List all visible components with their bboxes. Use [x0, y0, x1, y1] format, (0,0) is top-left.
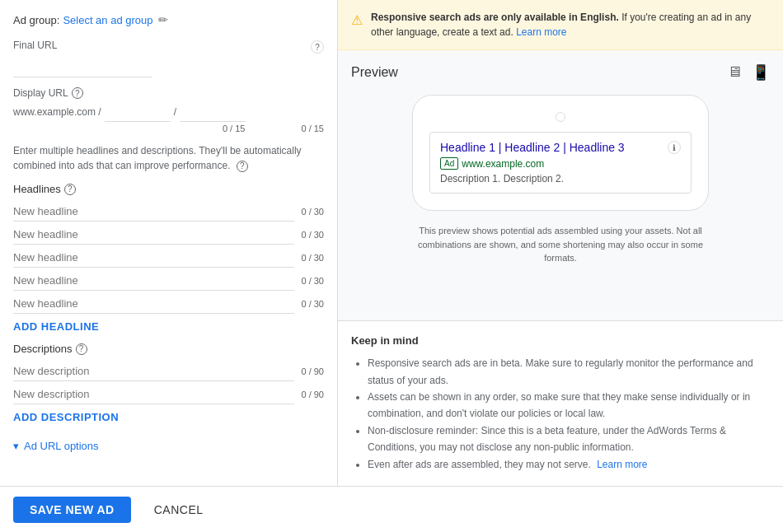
- display-url-row: Display URL ? www.example.com / / 0 / 15…: [13, 87, 324, 133]
- headline-count-3: 0 / 30: [301, 253, 324, 263]
- ad-card-inner: Headline 1 | Headline 2 | Headline 3 ℹ A…: [429, 132, 692, 194]
- keep-in-mind-list: Responsive search ads are in beta. Make …: [351, 355, 770, 473]
- final-url-label: Final URL: [13, 40, 57, 51]
- ad-badge: Ad: [440, 157, 458, 170]
- ad-description: Description 1. Description 2.: [440, 173, 681, 184]
- ad-group-row: Ad group: Select an ad group ✏: [13, 13, 324, 26]
- display-url-count2: 0 / 15: [301, 124, 324, 133]
- headline-field-5: 0 / 30: [13, 294, 324, 314]
- headline-input-5[interactable]: [13, 294, 294, 314]
- footer: SAVE NEW AD CANCEL: [0, 486, 783, 532]
- descriptions-section-label: Descriptions ?: [13, 343, 324, 355]
- keep-in-mind-item-1: Responsive search ads are in beta. Make …: [368, 355, 770, 389]
- headlines-section-label: Headlines ?: [13, 183, 324, 195]
- preview-title: Preview: [351, 65, 398, 80]
- main-container: Ad group: Select an ad group ✏ Final URL…: [0, 0, 783, 532]
- chevron-down-icon: ▾: [13, 440, 19, 452]
- save-new-ad-button[interactable]: SAVE NEW AD: [13, 497, 131, 523]
- phone-notch: [556, 112, 565, 122]
- description-fields: 0 / 90 0 / 90: [13, 362, 324, 404]
- warning-learn-more-link[interactable]: Learn more: [516, 26, 566, 38]
- ad-info-icon[interactable]: ℹ: [668, 141, 681, 154]
- headline-input-1[interactable]: [13, 202, 294, 222]
- display-url-slash: /: [174, 106, 176, 118]
- cancel-button[interactable]: CANCEL: [144, 497, 213, 523]
- headline-field-1: 0 / 30: [13, 202, 324, 222]
- display-url-help-icon[interactable]: ?: [72, 87, 83, 99]
- warning-icon: ⚠: [351, 11, 363, 30]
- edit-icon[interactable]: ✏: [158, 13, 168, 26]
- headline-field-4: 0 / 30: [13, 271, 324, 291]
- keep-in-mind-item-2: Assets can be shown in any order, so mak…: [368, 389, 770, 422]
- description-field-2: 0 / 90: [13, 385, 324, 404]
- description-count-2: 0 / 90: [301, 390, 324, 399]
- display-url-static: www.example.com /: [13, 106, 101, 118]
- warning-banner: ⚠ Responsive search ads are only availab…: [338, 0, 783, 50]
- preview-section: Preview 🖥 📱 Headline 1 | Headline 2 | He…: [338, 50, 783, 320]
- final-url-input[interactable]: [13, 58, 152, 77]
- headline-input-3[interactable]: [13, 248, 294, 268]
- headline-input-4[interactable]: [13, 271, 294, 291]
- headline-count-2: 0 / 30: [301, 230, 324, 240]
- hint-help-icon[interactable]: ?: [237, 161, 248, 172]
- content-area: Ad group: Select an ad group ✏ Final URL…: [0, 0, 783, 486]
- display-url-label: Display URL ?: [13, 87, 324, 99]
- ad-preview-card: Headline 1 | Headline 2 | Headline 3 ℹ A…: [412, 95, 709, 211]
- preview-device-icons: 🖥 📱: [727, 63, 770, 82]
- warning-text: Responsive search ads are only available…: [371, 10, 770, 40]
- descriptions-help-icon[interactable]: ?: [76, 343, 87, 355]
- ad-headline: Headline 1 | Headline 2 | Headline 3 ℹ: [440, 141, 681, 154]
- ad-url-options[interactable]: ▾ Ad URL options: [13, 440, 324, 452]
- description-input-1[interactable]: [13, 362, 294, 381]
- headline-fields: 0 / 30 0 / 30 0 / 30: [13, 202, 324, 314]
- headline-input-2[interactable]: [13, 225, 294, 245]
- description-field-1: 0 / 90: [13, 362, 324, 381]
- preview-note: This preview shows potential ads assembl…: [412, 224, 709, 265]
- desktop-icon[interactable]: 🖥: [727, 63, 742, 82]
- headlines-help-icon[interactable]: ?: [64, 184, 76, 195]
- keep-in-mind-item-3: Non-disclosure reminder: Since this is a…: [368, 422, 770, 456]
- keep-in-mind-title: Keep in mind: [351, 334, 770, 347]
- hint-text: Enter multiple headlines and description…: [13, 143, 324, 173]
- final-url-field: Final URL ?: [13, 40, 324, 77]
- keep-in-mind: Keep in mind Responsive search ads are i…: [338, 320, 783, 486]
- description-input-2[interactable]: [13, 385, 294, 404]
- display-url-path1-input[interactable]: [105, 102, 171, 122]
- ad-group-label: Ad group:: [13, 14, 59, 26]
- learn-more-link[interactable]: Learn more: [597, 459, 647, 470]
- add-headline-link[interactable]: ADD HEADLINE: [13, 320, 99, 333]
- ad-url-text: www.example.com: [462, 158, 544, 170]
- headline-count-4: 0 / 30: [301, 276, 324, 286]
- headline-count-1: 0 / 30: [301, 207, 324, 217]
- ad-url-row: Ad www.example.com: [440, 157, 681, 170]
- right-panel: ⚠ Responsive search ads are only availab…: [338, 0, 783, 486]
- add-description-link[interactable]: ADD DESCRIPTION: [13, 411, 119, 423]
- left-panel: Ad group: Select an ad group ✏ Final URL…: [0, 0, 338, 486]
- display-url-count1: 0 / 15: [223, 124, 246, 133]
- headline-count-5: 0 / 30: [301, 299, 324, 309]
- preview-header: Preview 🖥 📱: [351, 63, 770, 82]
- keep-in-mind-item-4: Even after ads are assembled, they may n…: [368, 456, 770, 473]
- select-ad-group-link[interactable]: Select an ad group: [63, 14, 152, 26]
- description-count-1: 0 / 90: [301, 366, 324, 376]
- final-url-info-icon[interactable]: ?: [311, 40, 324, 54]
- display-url-path2-input[interactable]: [180, 102, 246, 122]
- headline-field-2: 0 / 30: [13, 225, 324, 245]
- mobile-icon[interactable]: 📱: [752, 63, 770, 82]
- headline-field-3: 0 / 30: [13, 248, 324, 268]
